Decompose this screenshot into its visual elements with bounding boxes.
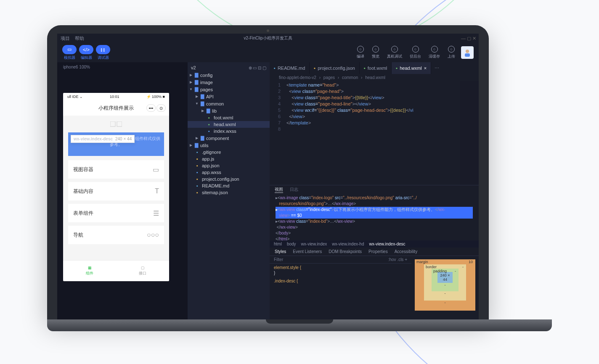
menu-card[interactable]: 导航○○○ — [68, 226, 164, 244]
dom-crumb[interactable]: wx-view.index-hd — [332, 242, 364, 246]
css-rules[interactable]: element.style {}.index-desc {</span></di… — [270, 264, 411, 285]
dom-crumb[interactable]: html — [274, 242, 282, 246]
tree-file[interactable]: ▪foot.wxml — [188, 114, 270, 121]
style-tab[interactable]: Styles — [275, 249, 286, 254]
tree-actions[interactable]: ⊕ ▭ ⊡ ▢ — [249, 66, 266, 70]
dev-tab[interactable]: 日志 — [290, 187, 298, 193]
filter-input[interactable]: Filter — [274, 257, 283, 262]
line-number: 1 — [270, 82, 286, 88]
tree-root[interactable]: v2 — [191, 65, 196, 70]
dev-tab[interactable]: 视图 — [275, 187, 283, 193]
line-number: 8 — [270, 126, 286, 132]
file-icon: ▪ — [207, 122, 212, 127]
tree-folder[interactable]: ▼▇common — [188, 100, 270, 107]
dom-node[interactable]: ▸<wx-view class="index-desc">以下将展示小程序官方组… — [276, 207, 473, 213]
tree-folder[interactable]: ▶▇config — [188, 71, 270, 79]
tree-file[interactable]: ▪app.js — [188, 156, 270, 162]
tree-folder[interactable]: ▼▇pages — [188, 86, 270, 93]
editor-tab[interactable]: ▪foot.wxml — [360, 62, 392, 74]
dom-node[interactable]: resources/kind/logo.png">…</wx-image> — [276, 201, 473, 207]
dom-node[interactable]: </wx-view> — [276, 224, 473, 230]
more-icon[interactable]: ••• — [146, 104, 156, 112]
dom-breadcrumb[interactable]: htmlbodywx-view.indexwx-view.index-hdwx-… — [270, 240, 479, 248]
dom-crumb[interactable]: wx-view.index — [301, 242, 327, 246]
file-icon: ▪ — [274, 66, 276, 71]
window-controls[interactable]: — ▢ ✕ — [461, 36, 476, 41]
line-number: 7 — [270, 120, 286, 126]
breadcrumb-item[interactable]: fino-applet-demo-v2 — [279, 75, 316, 80]
tree-file[interactable]: ▪head.wxml — [188, 121, 270, 128]
devtools-tabs[interactable]: 视图日志 — [270, 185, 479, 194]
menu-card[interactable]: 视图容器▭ — [68, 160, 164, 179]
file-icon: ▪ — [207, 129, 212, 134]
mode-pill[interactable]: </> — [79, 45, 93, 54]
tree-folder[interactable]: ▶▇utils — [188, 142, 270, 149]
menu-card[interactable]: 基础内容T — [68, 182, 164, 200]
toolbar-action[interactable]: ○上传 — [448, 46, 455, 59]
toolbar-action[interactable]: ○真机调试 — [387, 46, 402, 59]
tabbar-item[interactable]: ▢接口 — [116, 261, 169, 281]
tree-file[interactable]: ▪project.config.json — [188, 176, 270, 182]
toolbar-action[interactable]: ○预览 — [372, 46, 379, 59]
close-icon[interactable]: ⊙ — [156, 104, 166, 112]
avatar[interactable] — [461, 46, 474, 59]
dom-node[interactable]: view> == $0 — [276, 213, 473, 219]
tabbar-item[interactable]: ▦组件 — [63, 261, 116, 281]
file-icon: ▪ — [195, 183, 200, 188]
dom-node[interactable]: ▸<wx-view class="index-bd">…</wx-view> — [276, 219, 473, 224]
styles-tabs[interactable]: StylesEvent ListenersDOM BreakpointsProp… — [270, 248, 479, 256]
filter-toggles[interactable]: :hov .cls + — [388, 257, 407, 262]
file-icon: ▪ — [195, 163, 200, 168]
dom-crumb[interactable]: body — [287, 242, 296, 246]
breadcrumb-item[interactable]: pages — [323, 75, 335, 80]
folder-icon: ▇ — [195, 87, 198, 92]
card-icon: ☰ — [153, 209, 159, 217]
editor-tab[interactable]: ▪project.config.json — [310, 62, 360, 74]
tree-file[interactable]: ▪README.md — [188, 182, 270, 189]
toolbar-action[interactable]: ○切后台 — [410, 46, 421, 59]
menu-item[interactable]: 项目 — [61, 35, 70, 42]
tree-file[interactable]: ▪.gitignore — [188, 149, 270, 156]
phone-statusbar: ull IDE ⌄ 10:01 ⚡ 100% ■ — [63, 93, 169, 100]
dom-node[interactable]: </html> — [276, 236, 473, 240]
pill-label: 模拟器 — [64, 55, 75, 61]
breadcrumb[interactable]: fino-applet-demo-v2 › pages › common › h… — [270, 74, 479, 81]
toolbar: ▭模拟器</>编辑器⫿⫿调试器 ○编译○预览○真机调试○切后台○清缓存○上传 — [57, 43, 479, 62]
folder-icon: ▇ — [195, 142, 198, 148]
dom-inspector[interactable]: ▸<wx-image class="index-logo" src="../re… — [270, 194, 479, 240]
line-number: 4 — [270, 101, 286, 107]
editor-tab[interactable]: ▪README.md — [270, 62, 310, 74]
tree-file[interactable]: ▪sitemap.json — [188, 189, 270, 196]
code-editor[interactable]: 1<template name="head">2 <view class="pa… — [270, 81, 479, 185]
tree-folder[interactable]: ▶▇image — [188, 79, 270, 86]
mode-pill[interactable]: ▭ — [62, 45, 77, 54]
breadcrumb-item[interactable]: head.wxml — [365, 75, 385, 80]
style-tab[interactable]: Event Listeners — [293, 249, 322, 254]
style-tab[interactable]: Accessibility — [395, 249, 417, 254]
style-tab[interactable]: DOM Breakpoints — [329, 249, 362, 254]
editor-tab[interactable]: ▪head.wxml× — [392, 62, 431, 74]
tree-file[interactable]: ▪index.wxss — [188, 128, 270, 135]
dom-node[interactable]: ▸<wx-image class="index-logo" src="../re… — [276, 195, 473, 201]
style-tab[interactable]: Properties — [368, 249, 388, 254]
breadcrumb-item[interactable]: common — [342, 75, 358, 80]
tree-folder[interactable]: ▶▇component — [188, 135, 270, 142]
tree-file[interactable]: ▪app.json — [188, 162, 270, 169]
menu-item[interactable]: 帮助 — [75, 35, 84, 42]
tree-file[interactable]: ▪app.wxss — [188, 169, 270, 176]
menu-card[interactable]: 表单组件☰ — [68, 204, 164, 222]
tree-folder[interactable]: ▶▇lib — [188, 107, 270, 114]
minimap[interactable] — [460, 81, 479, 185]
mode-pill[interactable]: ⫿⫿ — [96, 45, 110, 54]
folder-icon: ▇ — [201, 135, 204, 141]
file-icon: ▪ — [207, 115, 212, 120]
tree-folder[interactable]: ▶▇API — [188, 93, 270, 100]
close-icon[interactable]: × — [424, 66, 427, 71]
toolbar-action[interactable]: ○编译 — [357, 46, 364, 59]
dom-crumb[interactable]: wx-view.index-desc — [369, 242, 405, 246]
dom-node[interactable]: </body> — [276, 230, 473, 236]
phone-navbar: 小程序组件展示 ••• ⊙ — [63, 100, 169, 116]
laptop-frame: 项目帮助 v2-FinClip小程序开发工具 — ▢ ✕ ▭模拟器</>编辑器⫿… — [47, 25, 552, 331]
more-icon[interactable]: ⋯ — [431, 66, 443, 71]
toolbar-action[interactable]: ○清缓存 — [429, 46, 440, 59]
